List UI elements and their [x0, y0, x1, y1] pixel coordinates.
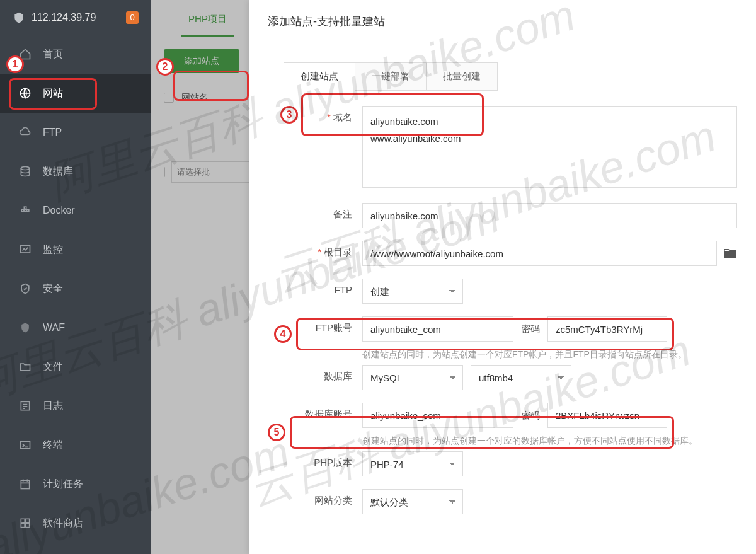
php-version-select[interactable]: PHP-74 [362, 451, 463, 476]
db-password-input[interactable] [547, 403, 667, 428]
site-form: *域名 备注 *根目录 FTP 创建 FTP账号 密码 [249, 106, 756, 514]
sidebar-item-logs[interactable]: 日志 [0, 386, 151, 425]
sidebar-item-database[interactable]: 数据库 [0, 152, 151, 191]
sidebar-item-ftp[interactable]: FTP [0, 113, 151, 152]
svg-rect-9 [21, 480, 29, 488]
row-database: 数据库 MySQL utf8mb4 [249, 365, 737, 390]
row-remark: 备注 [249, 203, 737, 228]
domain-textarea[interactable] [362, 106, 737, 188]
svg-rect-13 [26, 524, 30, 528]
db-type-select[interactable]: MySQL [362, 365, 463, 390]
label-db-password: 密码 [521, 410, 540, 422]
sidebar-item-label: FTP [43, 127, 62, 138]
label-remark: 备注 [333, 209, 352, 219]
add-site-modal: 添加站点-支持批量建站 创建站点 一键部署 批量创建 *域名 备注 *根目录 F… [249, 0, 756, 554]
sidebar-item-label: WAF [43, 322, 65, 333]
label-site-category: 网站分类 [314, 495, 352, 505]
waf-icon [19, 321, 32, 334]
db-charset-select[interactable]: utf8mb4 [471, 365, 571, 390]
shield-icon [13, 11, 25, 25]
sidebar-item-appstore[interactable]: 软件商店 [0, 504, 151, 543]
sidebar-item-label: Docker [43, 205, 75, 216]
sidebar-item-label: 网站 [43, 87, 63, 100]
ftp-mode-select[interactable]: 创建 [362, 279, 463, 304]
annotation-2: 2 [156, 58, 174, 76]
sidebar-item-label: 数据库 [43, 165, 73, 178]
server-ip: 112.124.39.79 [32, 12, 120, 23]
svg-rect-5 [27, 209, 29, 211]
label-domain: 域名 [333, 112, 352, 122]
svg-rect-12 [21, 524, 25, 528]
sidebar-item-files[interactable]: 文件 [0, 347, 151, 386]
annotation-4: 4 [274, 325, 292, 343]
row-db-account: 数据库账号 密码 创建站点的同时，为站点创建一个对应的数据库帐户，方便不同站点使… [249, 403, 737, 447]
label-ftp-password: 密码 [521, 323, 540, 335]
cloud-icon [19, 126, 32, 139]
label-database: 数据库 [324, 371, 352, 381]
mode-tabs: 创建站点 一键部署 批量创建 [284, 62, 756, 91]
tab-one-click-deploy[interactable]: 一键部署 [355, 62, 427, 91]
root-dir-input[interactable] [362, 241, 717, 266]
label-php-version: PHP版本 [314, 457, 352, 468]
sidebar-item-cron[interactable]: 计划任务 [0, 465, 151, 504]
sidebar-item-label: 监控 [43, 243, 63, 257]
row-ftp: FTP 创建 [249, 279, 737, 304]
svg-rect-2 [21, 209, 23, 211]
shield2-icon [19, 282, 32, 295]
row-root: *根目录 [249, 241, 737, 266]
browse-folder-icon[interactable] [723, 248, 737, 259]
calendar-icon [19, 478, 32, 490]
remark-input[interactable] [362, 203, 737, 228]
sidebar-item-label: 日志 [43, 400, 63, 413]
label-root: 根目录 [324, 246, 352, 257]
sidebar-item-terminal[interactable]: 终端 [0, 425, 151, 465]
annotation-3: 3 [280, 106, 298, 124]
site-category-select[interactable]: 默认分类 [362, 489, 463, 514]
annotation-1: 1 [6, 55, 24, 73]
sidebar-item-security[interactable]: 安全 [0, 269, 151, 308]
log-icon [19, 400, 32, 412]
label-db-account: 数据库账号 [305, 408, 352, 419]
sidebar: 112.124.39.79 0 首页 网站 FTP 数据库 Docker 监控 … [0, 0, 151, 554]
folder-icon [19, 361, 32, 373]
sidebar-item-label: 软件商店 [43, 517, 83, 530]
label-ftp-account: FTP账号 [316, 322, 352, 333]
sidebar-item-label: 计划任务 [43, 478, 83, 491]
sidebar-item-waf[interactable]: WAF [0, 308, 151, 347]
database-icon [19, 165, 32, 178]
tab-batch-create[interactable]: 批量创建 [426, 62, 498, 91]
label-ftp: FTP [335, 284, 352, 295]
svg-rect-11 [26, 519, 30, 522]
sidebar-item-website[interactable]: 网站 [0, 74, 151, 113]
terminal-icon [19, 439, 32, 451]
sidebar-item-label: 文件 [43, 361, 63, 374]
row-domain: *域名 [249, 106, 737, 190]
svg-rect-10 [21, 519, 25, 522]
monitor-icon [19, 243, 32, 256]
sidebar-item-label: 首页 [43, 48, 63, 61]
modal-title: 添加站点-支持批量建站 [249, 0, 756, 43]
ftp-help-text: 创建站点的同时，为站点创建一个对应FTP帐户，并且FTP目录指向站点所在目录。 [362, 348, 737, 361]
docker-icon [19, 204, 32, 217]
row-ftp-account: FTP账号 密码 创建站点的同时，为站点创建一个对应FTP帐户，并且FTP目录指… [249, 316, 737, 361]
tab-create-site[interactable]: 创建站点 [284, 62, 355, 91]
db-help-text: 创建站点的同时，为站点创建一个对应的数据库帐户，方便不同站点使用不同数据库。 [362, 434, 737, 447]
svg-point-1 [21, 167, 29, 170]
svg-rect-4 [24, 207, 26, 209]
sidebar-item-monitor[interactable]: 监控 [0, 230, 151, 269]
sidebar-item-label: 安全 [43, 282, 63, 296]
ftp-password-input[interactable] [547, 316, 667, 342]
row-site-category: 网站分类 默认分类 [249, 489, 737, 514]
apps-icon [19, 517, 32, 529]
sidebar-item-label: 终端 [43, 439, 63, 452]
notification-badge[interactable]: 0 [126, 11, 139, 24]
globe-icon [19, 87, 32, 100]
sidebar-header: 112.124.39.79 0 [0, 0, 151, 35]
ftp-user-input[interactable] [362, 316, 513, 342]
svg-rect-3 [24, 209, 26, 211]
annotation-5: 5 [268, 424, 285, 441]
db-user-input[interactable] [362, 403, 513, 428]
row-php-version: PHP版本 PHP-74 [249, 451, 737, 476]
sidebar-item-docker[interactable]: Docker [0, 191, 151, 230]
